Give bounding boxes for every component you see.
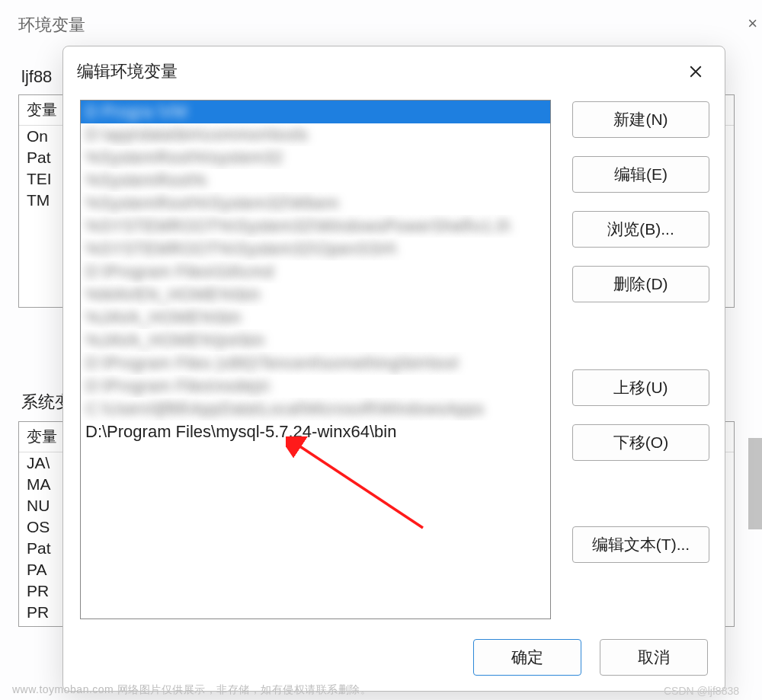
spacer: [572, 479, 709, 508]
path-item[interactable]: %SystemRoot%: [81, 169, 550, 192]
watermark-text: www.toymoban.com 网络图片仅供展示，非存储，如有侵权请联系删除。: [12, 683, 371, 697]
new-button[interactable]: 新建(N): [572, 101, 709, 138]
path-item[interactable]: D:\Program Files\Git\cmd: [81, 261, 550, 283]
path-item[interactable]: %JAVA_HOME%\bin: [81, 306, 550, 329]
edit-button[interactable]: 编辑(E): [572, 156, 709, 193]
path-item[interactable]: D:\app\data\bin\common\tools: [81, 123, 550, 146]
dialog-title: 编辑环境变量: [77, 60, 178, 83]
credit-text: CSDN @ljf8838: [664, 685, 739, 697]
button-column: 新建(N) 编辑(E) 浏览(B)... 删除(D) 上移(U) 下移(O) 编…: [572, 100, 709, 628]
edit-env-var-dialog: 编辑环境变量 D Progra \VM D:\app\data\bin\comm…: [62, 46, 725, 692]
delete-button[interactable]: 删除(D): [572, 266, 709, 302]
dialog-titlebar: 编辑环境变量: [63, 46, 725, 91]
path-item[interactable]: D:\Program Files\mysql-5.7.24-winx64\bin: [81, 420, 550, 443]
spacer: [572, 321, 709, 351]
close-icon: [689, 65, 703, 78]
path-item[interactable]: %SystemRoot%\System32\Wbem: [81, 192, 550, 215]
path-item[interactable]: %SYSTEMROOT%\System32\OpenSSH\: [81, 238, 550, 261]
path-item[interactable]: D:\Program Files (x86)\Tencent\something…: [81, 352, 550, 375]
edit-text-button[interactable]: 编辑文本(T)...: [572, 526, 709, 563]
move-down-button[interactable]: 下移(O): [572, 424, 709, 461]
move-up-button[interactable]: 上移(U): [572, 369, 709, 406]
close-button[interactable]: [685, 61, 706, 82]
browse-button[interactable]: 浏览(B)...: [572, 211, 709, 248]
path-item[interactable]: C:\Users\ljf88\AppData\Local\Microsoft\W…: [81, 398, 550, 420]
dialog-footer: 确定 取消: [63, 628, 725, 691]
close-icon[interactable]: ×: [748, 14, 757, 34]
scrollbar-thumb[interactable]: [748, 438, 762, 529]
path-item[interactable]: %JAVA_HOME%\jre\bin: [81, 329, 550, 352]
dialog-body: D Progra \VM D:\app\data\bin\common\tool…: [63, 91, 725, 628]
cancel-button[interactable]: 取消: [600, 639, 708, 676]
path-item[interactable]: D:\Program Files\nodejs\: [81, 375, 550, 398]
ok-button[interactable]: 确定: [473, 639, 581, 676]
path-item[interactable]: %SystemRoot%\system32: [81, 146, 550, 169]
path-item[interactable]: %SYSTEMROOT%\System32\WindowsPowerShell\…: [81, 215, 550, 238]
path-item[interactable]: %MAVEN_HOME%\bin: [81, 283, 550, 306]
path-item[interactable]: D Progra \VM: [81, 101, 550, 123]
path-listbox[interactable]: D Progra \VM D:\app\data\bin\common\tool…: [80, 100, 551, 619]
